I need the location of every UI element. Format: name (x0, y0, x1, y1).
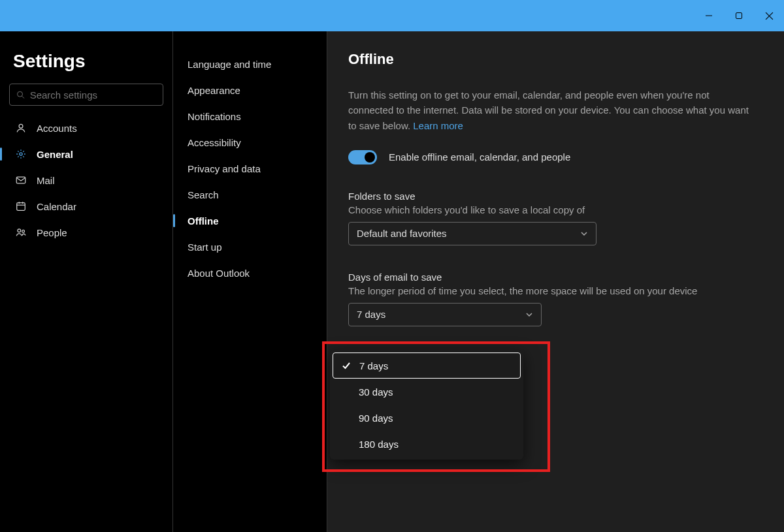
sidebar-item-label: General (37, 149, 73, 160)
subnav-startup[interactable]: Start up (173, 234, 327, 260)
days-option-90[interactable]: 90 days (333, 405, 521, 431)
calendar-icon (14, 200, 27, 213)
gear-icon (14, 148, 27, 161)
svg-rect-8 (16, 177, 25, 183)
search-input[interactable] (30, 89, 156, 101)
subnav-language-time[interactable]: Language and time (173, 51, 327, 77)
svg-rect-1 (736, 13, 742, 19)
svg-point-7 (20, 153, 22, 155)
enable-offline-row: Enable offline email, calendar, and peop… (348, 150, 763, 164)
subnav-offline[interactable]: Offline (173, 208, 327, 234)
days-dropdown: 7 days 30 days 90 days 180 days (330, 350, 523, 460)
folders-select-value: Default and favorites (357, 228, 447, 239)
offline-description: Turn this setting on to get to your emai… (348, 87, 753, 133)
general-subnav: Language and time Appearance Notificatio… (173, 31, 327, 532)
subnav-about-outlook[interactable]: About Outlook (173, 260, 327, 286)
sidebar-item-label: People (37, 227, 67, 238)
days-to-save-sub: The longer period of time you select, th… (348, 285, 763, 296)
sidebar-item-accounts[interactable]: Accounts (9, 115, 163, 141)
days-to-save-label: Days of email to save (348, 272, 763, 283)
chevron-down-icon (580, 230, 588, 238)
search-settings-field[interactable] (9, 84, 163, 106)
close-button[interactable] (754, 0, 784, 31)
main-content: Offline Turn this setting on to get to y… (327, 31, 784, 532)
search-icon (16, 90, 25, 99)
enable-offline-toggle[interactable] (348, 150, 377, 164)
svg-point-13 (18, 229, 21, 232)
subnav-privacy-data[interactable]: Privacy and data (173, 155, 327, 181)
folders-to-save-label: Folders to save (348, 191, 763, 202)
days-option-180[interactable]: 180 days (333, 431, 521, 457)
sidebar-item-label: Calendar (37, 201, 76, 212)
svg-point-6 (19, 124, 23, 128)
minimize-button[interactable] (694, 0, 724, 31)
mail-icon (14, 174, 27, 187)
days-select[interactable]: 7 days (348, 303, 542, 326)
svg-rect-9 (17, 203, 25, 211)
chevron-down-icon (525, 311, 533, 319)
sidebar-item-label: Accounts (37, 123, 77, 134)
learn-more-link[interactable]: Learn more (413, 120, 463, 131)
enable-offline-label: Enable offline email, calendar, and peop… (389, 151, 570, 163)
subnav-search[interactable]: Search (173, 181, 327, 208)
sidebar-item-calendar[interactable]: Calendar (9, 193, 163, 219)
sidebar-item-general[interactable]: General (9, 141, 163, 167)
days-option-30[interactable]: 30 days (333, 379, 521, 405)
check-icon (341, 360, 351, 371)
svg-point-14 (22, 230, 25, 232)
subnav-appearance[interactable]: Appearance (173, 77, 327, 103)
svg-line-5 (22, 96, 24, 98)
settings-title: Settings (13, 51, 163, 72)
sidebar-item-label: Mail (37, 175, 55, 186)
days-option-7[interactable]: 7 days (333, 352, 521, 379)
settings-sidebar: Settings Accounts General Mail (0, 31, 173, 532)
people-icon (14, 226, 27, 239)
svg-point-4 (18, 91, 23, 97)
maximize-button[interactable] (724, 0, 754, 31)
subnav-notifications[interactable]: Notifications (173, 103, 327, 129)
person-icon (14, 121, 27, 134)
sidebar-item-mail[interactable]: Mail (9, 167, 163, 193)
window-titlebar (0, 0, 784, 31)
folders-select[interactable]: Default and favorites (348, 222, 596, 245)
subnav-accessibility[interactable]: Accessibility (173, 129, 327, 155)
folders-to-save-sub: Choose which folders you'd like to save … (348, 204, 763, 215)
sidebar-item-people[interactable]: People (9, 219, 163, 245)
days-select-value: 7 days (357, 309, 385, 320)
page-title: Offline (348, 51, 763, 68)
